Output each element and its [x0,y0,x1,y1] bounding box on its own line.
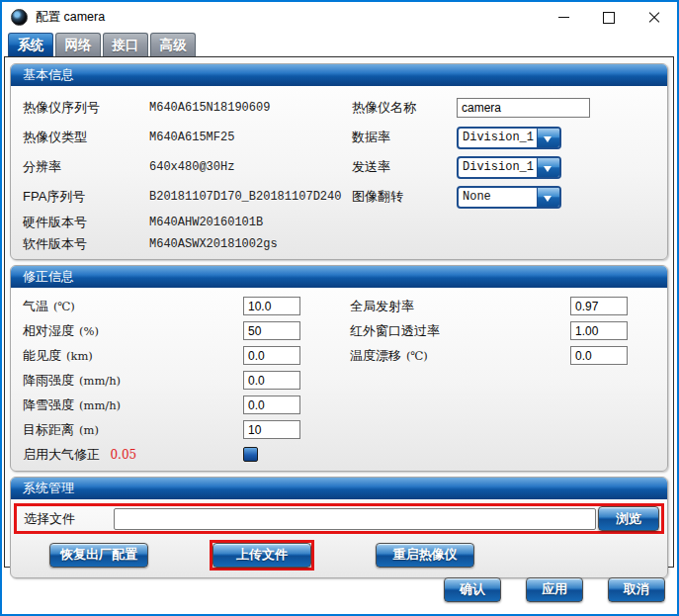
system-management-header: 系统管理 [11,478,667,499]
temp-drift-input[interactable] [570,346,628,365]
system-tab-panel: 基本信息 热像仪序列号 M640A615N18190609 热像仪名称 热像仪类… [4,56,674,568]
rain-intensity-label: 降雨强度 [23,373,74,388]
title-bar: 配置 camera [2,2,677,33]
correction-info-header: 修正信息 [11,266,667,288]
tab-network[interactable]: 网络 [55,33,101,56]
row-humidity: 相对湿度(%) 红外窗口透过率 [11,318,667,343]
camera-name-label: 热像仪名称 [352,99,457,117]
row-software-version: 软件版本号 M640ASWX20181002gs [11,233,667,255]
data-rate-label: 数据率 [352,129,457,146]
emissivity-label: 全局发射率 [350,299,414,313]
upload-file-button[interactable]: 上传文件 [212,543,311,568]
close-icon[interactable] [632,2,677,33]
tab-interface[interactable]: 接口 [103,33,148,56]
footer-bar: 确认 应用 取消 [2,565,677,614]
tab-advanced[interactable]: 高级 [150,33,196,56]
tab-bar: 系统 网络 接口 高级 [8,33,196,56]
air-temp-label: 气温 [23,299,48,313]
row-hardware-version: 硬件版本号 M640AHW20160101B [11,212,667,233]
humidity-label: 相对湿度 [23,323,74,338]
camera-name-input[interactable] [457,98,590,118]
camera-lens-icon [11,9,28,26]
software-version-label: 软件版本号 [23,235,149,253]
target-distance-input[interactable] [243,420,300,439]
camera-type-label: 热像仪类型 [23,129,149,146]
chevron-down-icon[interactable] [537,129,559,147]
hardware-version-label: 硬件版本号 [23,214,149,231]
visibility-input[interactable] [243,346,300,365]
row-air-temp: 气温(℃) 全局发射率 [11,294,667,318]
hardware-version-value: M640AHW20160101B [149,216,352,229]
temp-drift-label: 温度漂移 [350,348,401,363]
row-atmos-correction: 启用大气修正 0.05 [11,442,667,467]
maximize-icon[interactable] [586,2,632,33]
row-target-distance: 目标距离(m) [11,417,667,442]
chevron-down-icon[interactable] [537,188,559,207]
humidity-input[interactable] [243,321,300,340]
select-file-row-highlight: 选择文件 浏览 [14,503,664,534]
factory-reset-button[interactable]: 恢复出厂配置 [49,543,148,568]
minimize-icon[interactable] [541,2,586,33]
software-version-value: M640ASWX20181002gs [149,237,352,251]
ir-window-input[interactable] [570,321,628,340]
atmos-correction-extra: 0.05 [110,448,136,462]
rain-intensity-input[interactable] [243,371,300,390]
cancel-button[interactable]: 取消 [608,577,665,602]
visibility-label: 能见度 [23,348,61,363]
emissivity-input[interactable] [570,297,628,315]
restart-camera-button[interactable]: 重启热像仪 [376,543,474,568]
correction-info-group: 修正信息 气温(℃) 全局发射率 相对湿度(%) 红外窗口透过率 [10,265,668,472]
row-serial-number: 热像仪序列号 M640A615N18190609 热像仪名称 [11,93,667,123]
fpa-serial-value: B20181107D170_B20181107D240 [149,190,352,204]
confirm-button[interactable]: 确认 [444,577,501,602]
browse-button[interactable]: 浏览 [598,506,659,531]
basic-info-header: 基本信息 [11,64,667,86]
basic-info-group: 基本信息 热像仪序列号 M640A615N18190609 热像仪名称 热像仪类… [10,63,668,260]
atmos-correction-checkbox[interactable] [243,447,258,462]
send-rate-label: 发送率 [352,158,457,176]
chevron-down-icon[interactable] [537,158,559,177]
serial-number-label: 热像仪序列号 [23,99,149,117]
row-fpa-serial: FPA序列号 B20181107D170_B20181107D240 图像翻转 … [11,182,667,212]
row-visibility: 能见度(km) 温度漂移(℃) [11,343,667,368]
config-dialog: 配置 camera 系统 网络 接口 高级 基本信息 热像仪序列号 M640A6… [0,0,679,616]
image-flip-label: 图像翻转 [352,188,457,206]
image-flip-select[interactable]: None [457,186,561,209]
system-management-group: 系统管理 选择文件 浏览 恢复出厂配置 上传文件 重启热像仪 [10,477,668,578]
camera-type-value: M640A615MF25 [149,131,352,144]
ir-window-label: 红外窗口透过率 [350,323,440,338]
data-rate-select[interactable]: Division_1 [457,127,561,149]
send-rate-value: Division_1 [459,158,537,177]
select-file-label: 选择文件 [19,510,114,528]
serial-number-value: M640A615N18190609 [149,101,352,115]
snow-intensity-label: 降雪强度 [23,397,74,412]
row-camera-type: 热像仪类型 M640A615MF25 数据率 Division_1 [11,123,667,152]
resolution-label: 分辨率 [23,158,149,176]
target-distance-label: 目标距离 [23,422,74,437]
fpa-serial-label: FPA序列号 [23,188,149,206]
atmos-correction-label: 启用大气修正 [23,447,100,462]
data-rate-value: Division_1 [459,129,537,147]
resolution-value: 640x480@30Hz [149,160,352,174]
image-flip-value: None [459,188,537,207]
row-rain-intensity: 降雨强度(mm/h) [11,368,667,393]
send-rate-select[interactable]: Division_1 [457,156,561,179]
window-title: 配置 camera [36,9,105,26]
apply-button[interactable]: 应用 [526,577,583,602]
snow-intensity-input[interactable] [243,396,300,414]
tab-system[interactable]: 系统 [8,33,53,56]
row-snow-intensity: 降雪强度(mm/h) [11,393,667,417]
select-file-input[interactable] [114,508,596,530]
air-temp-input[interactable] [243,297,300,315]
row-resolution: 分辨率 640x480@30Hz 发送率 Division_1 [11,152,667,182]
